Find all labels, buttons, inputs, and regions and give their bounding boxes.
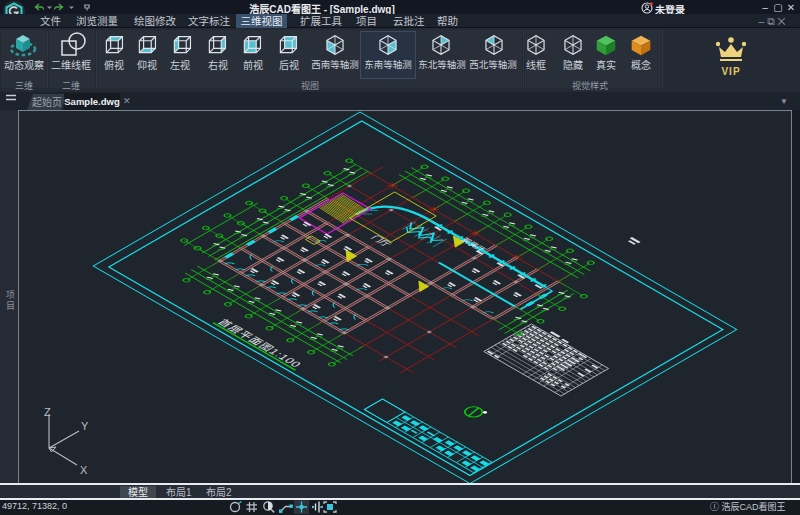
svg-text:X: X bbox=[80, 464, 88, 476]
svg-text:Y: Y bbox=[81, 420, 89, 432]
svg-text:Z: Z bbox=[44, 406, 51, 418]
svg-text:门厅: 门厅 bbox=[369, 233, 394, 247]
svg-text:首层平面图1:100: 首层平面图1:100 bbox=[215, 317, 304, 369]
